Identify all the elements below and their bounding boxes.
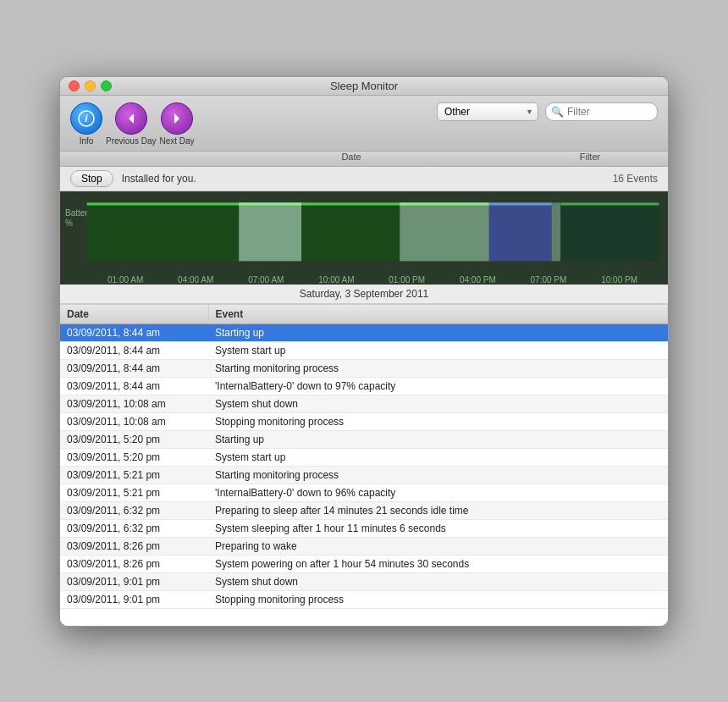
table-cell-date: 03/09/2011, 9:01 pm xyxy=(60,572,208,590)
toolbar: i Info Previous Day Ne xyxy=(60,96,668,152)
table-cell-date: 03/09/2011, 5:20 pm xyxy=(60,430,208,448)
table-row[interactable]: 03/09/2011, 6:32 pmSystem sleeping after… xyxy=(60,519,668,537)
table-cell-event: Starting monitoring process xyxy=(208,359,668,377)
svg-text:i: i xyxy=(85,113,88,124)
table-row[interactable]: 03/09/2011, 8:44 am'InternalBattery-0' d… xyxy=(60,377,668,395)
table-cell-event: Stopping monitoring process xyxy=(208,590,668,608)
svg-rect-14 xyxy=(552,202,561,261)
svg-rect-4 xyxy=(87,202,239,261)
arrow-left-icon xyxy=(123,110,140,127)
filter-input[interactable] xyxy=(567,106,652,118)
installed-text: Installed for you. xyxy=(122,173,604,185)
table-cell-date: 03/09/2011, 6:32 pm xyxy=(60,501,208,519)
previous-day-button[interactable] xyxy=(115,102,147,135)
close-button[interactable] xyxy=(69,80,80,91)
table-cell-event: System sleeping after 1 hour 11 minutes … xyxy=(208,519,668,537)
events-table-container[interactable]: Date Event 03/09/2011, 8:44 amStarting u… xyxy=(60,304,668,626)
toolbar-right: Other Today Yesterday Custom ▼ 🔍 xyxy=(437,102,658,121)
battery-chart xyxy=(60,198,668,270)
svg-rect-10 xyxy=(400,202,489,261)
time-label-0700pm: 07:00 PM xyxy=(531,275,567,285)
table-cell-date: 03/09/2011, 9:01 pm xyxy=(60,590,208,608)
table-header-row: Date Event xyxy=(60,305,668,324)
table-cell-date: 03/09/2011, 8:44 am xyxy=(60,359,208,377)
table-cell-date: 03/09/2011, 8:26 pm xyxy=(60,537,208,555)
table-cell-event: Starting monitoring process xyxy=(208,466,668,484)
table-row[interactable]: 03/09/2011, 5:20 pmSystem start up xyxy=(60,448,668,466)
svg-rect-16 xyxy=(560,202,659,205)
time-label-0100pm: 01:00 PM xyxy=(389,275,425,285)
time-label-0100am: 01:00 AM xyxy=(108,275,143,285)
table-row[interactable]: 03/09/2011, 5:21 pmStarting monitoring p… xyxy=(60,466,668,484)
table-cell-event: System shut down xyxy=(208,395,668,412)
title-bar: Sleep Monitor xyxy=(60,77,668,96)
time-label-1000pm: 10:00 PM xyxy=(601,275,637,285)
table-row[interactable]: 03/09/2011, 8:26 pmPreparing to wake xyxy=(60,537,668,555)
arrow-right-icon xyxy=(168,110,185,127)
time-label-0400am: 04:00 AM xyxy=(178,275,213,285)
stop-button[interactable]: Stop xyxy=(70,170,113,187)
svg-rect-13 xyxy=(489,202,552,205)
toolbar-sub-labels: Date Filter xyxy=(60,152,668,167)
table-row[interactable]: 03/09/2011, 8:44 amStarting up xyxy=(60,323,668,341)
table-cell-date: 03/09/2011, 8:44 am xyxy=(60,323,208,341)
search-icon: 🔍 xyxy=(551,106,564,118)
svg-rect-9 xyxy=(301,202,400,205)
table-row[interactable]: 03/09/2011, 9:01 pmStopping monitoring p… xyxy=(60,590,668,608)
table-cell-event: System powering on after 1 hour 54 minut… xyxy=(208,555,668,572)
info-label: Info xyxy=(80,136,94,146)
status-bar: Stop Installed for you. 16 Events xyxy=(60,167,668,191)
table-cell-event: Preparing to wake xyxy=(208,537,668,555)
table-cell-event: System start up xyxy=(208,341,668,359)
table-row[interactable]: 03/09/2011, 8:26 pmSystem powering on af… xyxy=(60,555,668,572)
time-label-0400pm: 04:00 PM xyxy=(460,275,496,285)
table-cell-date: 03/09/2011, 8:44 am xyxy=(60,341,208,359)
app-window: Sleep Monitor i Info Previous xyxy=(59,76,669,627)
table-row[interactable]: 03/09/2011, 5:20 pmStarting up xyxy=(60,430,668,448)
toolbar-left: i Info Previous Day Ne xyxy=(70,102,195,146)
date-dropdown[interactable]: Other Today Yesterday Custom xyxy=(437,102,538,121)
table-row[interactable]: 03/09/2011, 8:44 amSystem start up xyxy=(60,341,668,359)
table-cell-date: 03/09/2011, 10:08 am xyxy=(60,395,208,412)
table-row[interactable]: 03/09/2011, 8:44 amStarting monitoring p… xyxy=(60,359,668,377)
window-title: Sleep Monitor xyxy=(330,80,398,92)
maximize-button[interactable] xyxy=(101,80,112,91)
svg-rect-7 xyxy=(239,202,301,205)
table-cell-event: Starting up xyxy=(208,323,668,341)
table-cell-date: 03/09/2011, 8:26 pm xyxy=(60,555,208,572)
filter-column-label: Filter xyxy=(522,152,658,162)
svg-rect-11 xyxy=(400,202,489,205)
chart-date-label: Saturday, 3 September 2011 xyxy=(60,285,668,304)
col-header-event: Event xyxy=(208,305,668,324)
table-cell-event: 'InternalBattery-0' down to 96% capacity xyxy=(208,484,668,501)
events-count: 16 Events xyxy=(613,173,658,185)
table-cell-date: 03/09/2011, 8:44 am xyxy=(60,377,208,395)
svg-rect-15 xyxy=(560,202,659,261)
chart-area: Battery% xyxy=(60,191,668,285)
table-row[interactable]: 03/09/2011, 5:21 pm'InternalBattery-0' d… xyxy=(60,484,668,501)
date-dropdown-wrapper: Other Today Yesterday Custom ▼ xyxy=(437,102,538,121)
table-cell-date: 03/09/2011, 6:32 pm xyxy=(60,519,208,537)
table-row[interactable]: 03/09/2011, 10:08 amSystem shut down xyxy=(60,395,668,412)
table-row[interactable]: 03/09/2011, 10:08 amStopping monitoring … xyxy=(60,412,668,430)
date-column-label: Date xyxy=(180,152,522,162)
svg-marker-3 xyxy=(174,113,179,124)
time-axis: 01:00 AM 04:00 AM 07:00 AM 10:00 AM 01:0… xyxy=(60,275,668,285)
table-cell-date: 03/09/2011, 5:20 pm xyxy=(60,448,208,466)
table-cell-event: System shut down xyxy=(208,572,668,590)
info-btn-group: i Info xyxy=(70,102,102,146)
info-button[interactable]: i xyxy=(70,102,102,135)
window-controls xyxy=(69,80,112,91)
time-label-1000am: 10:00 AM xyxy=(318,275,354,285)
table-row[interactable]: 03/09/2011, 9:01 pmSystem shut down xyxy=(60,572,668,590)
table-cell-event: Stopping monitoring process xyxy=(208,412,668,430)
next-day-btn-group: Next Day xyxy=(159,102,194,146)
svg-marker-2 xyxy=(129,113,134,124)
table-row[interactable]: 03/09/2011, 6:32 pmPreparing to sleep af… xyxy=(60,501,668,519)
table-body: 03/09/2011, 8:44 amStarting up03/09/2011… xyxy=(60,323,668,608)
col-header-date: Date xyxy=(60,305,208,324)
next-day-button[interactable] xyxy=(161,102,193,135)
table-cell-event: 'InternalBattery-0' down to 97% capacity xyxy=(208,377,668,395)
svg-rect-5 xyxy=(87,202,239,205)
minimize-button[interactable] xyxy=(85,80,96,91)
